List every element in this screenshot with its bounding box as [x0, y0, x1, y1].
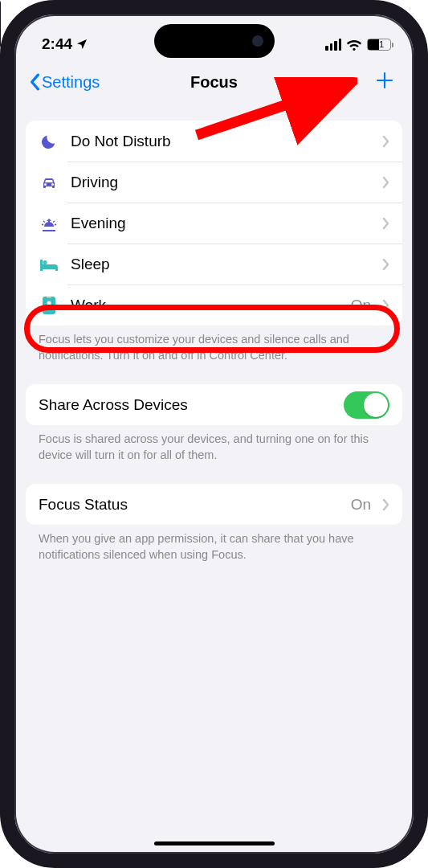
- focus-status-value: On: [351, 496, 371, 514]
- badge-icon: [39, 296, 59, 315]
- chevron-right-icon: [382, 258, 389, 271]
- wifi-icon: [346, 39, 362, 51]
- focus-row-sleep[interactable]: Sleep: [26, 244, 402, 285]
- focus-row-work[interactable]: WorkOn: [26, 285, 402, 326]
- cellular-icon: [325, 39, 341, 51]
- focus-status-row[interactable]: Focus Status On: [26, 484, 402, 525]
- nav-bar: Settings Focus: [14, 61, 414, 103]
- focus-row-evening[interactable]: Evening: [26, 203, 402, 244]
- svg-rect-0: [43, 297, 55, 314]
- car-icon: [39, 173, 59, 192]
- back-label: Settings: [42, 73, 100, 92]
- focus-modes-list: Do Not DisturbDrivingEveningSleepWorkOn: [26, 121, 402, 326]
- focus-row-label: Do Not Disturb: [71, 133, 371, 150]
- battery-icon: 51: [367, 39, 391, 51]
- chevron-right-icon: [382, 217, 389, 230]
- chevron-right-icon: [382, 299, 389, 312]
- focus-status-footer: When you give an app permission, it can …: [26, 525, 402, 563]
- svg-rect-1: [47, 296, 51, 298]
- share-toggle[interactable]: [344, 391, 389, 419]
- focus-row-label: Sleep: [71, 256, 371, 273]
- focus-modes-footer: Focus lets you customize your devices an…: [26, 326, 402, 363]
- chevron-right-icon: [382, 498, 389, 511]
- focus-status-label: Focus Status: [39, 496, 340, 514]
- focus-row-label: Driving: [71, 174, 371, 191]
- focus-row-dnd[interactable]: Do Not Disturb: [26, 121, 402, 162]
- chevron-right-icon: [382, 135, 389, 148]
- share-group: Share Across Devices: [26, 384, 402, 425]
- focus-status-group: Focus Status On: [26, 484, 402, 525]
- location-icon: [75, 38, 88, 51]
- focus-row-label: Evening: [71, 215, 371, 232]
- share-footer: Focus is shared across your devices, and…: [26, 425, 402, 463]
- bed-icon: [39, 256, 59, 272]
- plus-icon: [375, 71, 394, 90]
- chevron-left-icon: [29, 73, 40, 91]
- back-button[interactable]: Settings: [29, 73, 100, 92]
- focus-row-status: On: [351, 297, 371, 314]
- focus-row-label: Work: [71, 297, 340, 314]
- home-indicator[interactable]: [154, 841, 275, 845]
- sunset-icon: [39, 215, 59, 232]
- focus-row-driving[interactable]: Driving: [26, 162, 402, 203]
- svg-point-2: [47, 301, 51, 305]
- moon-icon: [39, 133, 59, 150]
- chevron-right-icon: [382, 176, 389, 189]
- share-label: Share Across Devices: [39, 396, 332, 414]
- share-across-devices-row[interactable]: Share Across Devices: [26, 384, 402, 425]
- status-time: 2:44: [42, 35, 72, 53]
- add-focus-button[interactable]: [375, 70, 399, 94]
